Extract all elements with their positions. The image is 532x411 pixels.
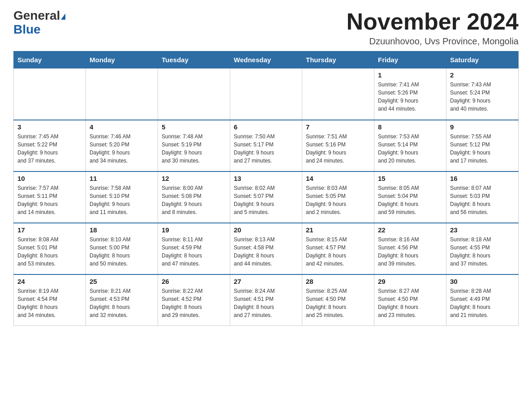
calendar-week-row: 3Sunrise: 7:45 AM Sunset: 5:22 PM Daylig… <box>14 120 519 171</box>
calendar-week-row: 17Sunrise: 8:08 AM Sunset: 5:01 PM Dayli… <box>14 223 519 274</box>
day-number: 21 <box>306 226 370 234</box>
calendar-table: SundayMondayTuesdayWednesdayThursdayFrid… <box>13 51 519 326</box>
day-number: 23 <box>450 226 515 234</box>
calendar-cell: 9Sunrise: 7:55 AM Sunset: 5:12 PM Daylig… <box>446 120 519 171</box>
day-info: Sunrise: 8:08 AM Sunset: 5:01 PM Dayligh… <box>17 235 82 268</box>
day-number: 30 <box>450 278 515 285</box>
day-number: 8 <box>378 123 442 131</box>
day-info: Sunrise: 7:45 AM Sunset: 5:22 PM Dayligh… <box>17 133 82 165</box>
page-header: General Blue November 2024 Dzuunhovoo, U… <box>13 9 519 47</box>
day-number: 7 <box>306 123 370 131</box>
calendar-cell: 14Sunrise: 8:03 AM Sunset: 5:05 PM Dayli… <box>302 171 374 223</box>
logo-triangle-icon <box>61 13 65 20</box>
calendar-cell: 25Sunrise: 8:21 AM Sunset: 4:53 PM Dayli… <box>86 274 158 326</box>
day-number: 17 <box>17 226 82 234</box>
day-info: Sunrise: 8:28 AM Sunset: 4:49 PM Dayligh… <box>450 287 515 319</box>
day-number: 5 <box>162 123 226 131</box>
day-number: 29 <box>378 278 442 285</box>
day-info: Sunrise: 8:05 AM Sunset: 5:04 PM Dayligh… <box>378 184 442 216</box>
title-block: November 2024 Dzuunhovoo, Uvs Province, … <box>347 9 519 47</box>
day-info: Sunrise: 8:10 AM Sunset: 5:00 PM Dayligh… <box>90 235 154 268</box>
day-info: Sunrise: 8:03 AM Sunset: 5:05 PM Dayligh… <box>306 184 370 216</box>
day-number: 25 <box>90 278 154 285</box>
weekday-header-friday: Friday <box>374 51 446 68</box>
day-info: Sunrise: 7:57 AM Sunset: 5:11 PM Dayligh… <box>17 184 82 216</box>
day-info: Sunrise: 8:00 AM Sunset: 5:08 PM Dayligh… <box>162 184 226 216</box>
location: Dzuunhovoo, Uvs Province, Mongolia <box>347 36 519 47</box>
day-number: 4 <box>90 123 154 131</box>
day-number: 12 <box>162 175 226 182</box>
day-number: 3 <box>17 123 82 131</box>
day-info: Sunrise: 8:21 AM Sunset: 4:53 PM Dayligh… <box>90 287 154 319</box>
day-number: 24 <box>17 278 82 285</box>
calendar-cell: 23Sunrise: 8:18 AM Sunset: 4:55 PM Dayli… <box>446 223 519 274</box>
day-info: Sunrise: 8:02 AM Sunset: 5:07 PM Dayligh… <box>234 184 298 216</box>
day-number: 9 <box>450 123 515 131</box>
calendar-cell: 26Sunrise: 8:22 AM Sunset: 4:52 PM Dayli… <box>158 274 230 326</box>
calendar-cell: 5Sunrise: 7:48 AM Sunset: 5:19 PM Daylig… <box>158 120 230 171</box>
calendar-cell: 15Sunrise: 8:05 AM Sunset: 5:04 PM Dayli… <box>374 171 446 223</box>
calendar-cell: 19Sunrise: 8:11 AM Sunset: 4:59 PM Dayli… <box>158 223 230 274</box>
day-info: Sunrise: 8:19 AM Sunset: 4:54 PM Dayligh… <box>17 287 82 319</box>
day-info: Sunrise: 8:16 AM Sunset: 4:56 PM Dayligh… <box>378 235 442 268</box>
day-info: Sunrise: 7:43 AM Sunset: 5:24 PM Dayligh… <box>450 81 515 113</box>
calendar-cell <box>14 68 86 120</box>
day-number: 14 <box>306 175 370 182</box>
calendar-cell: 8Sunrise: 7:53 AM Sunset: 5:14 PM Daylig… <box>374 120 446 171</box>
calendar-cell: 16Sunrise: 8:07 AM Sunset: 5:03 PM Dayli… <box>446 171 519 223</box>
calendar-cell: 10Sunrise: 7:57 AM Sunset: 5:11 PM Dayli… <box>14 171 86 223</box>
day-info: Sunrise: 8:07 AM Sunset: 5:03 PM Dayligh… <box>450 184 515 216</box>
day-number: 10 <box>17 175 82 182</box>
calendar-cell <box>230 68 302 120</box>
day-info: Sunrise: 7:50 AM Sunset: 5:17 PM Dayligh… <box>234 133 298 165</box>
weekday-header-monday: Monday <box>86 51 158 68</box>
calendar-cell <box>302 68 374 120</box>
day-number: 15 <box>378 175 442 182</box>
day-info: Sunrise: 8:13 AM Sunset: 4:58 PM Dayligh… <box>234 235 298 268</box>
calendar-cell: 1Sunrise: 7:41 AM Sunset: 5:26 PM Daylig… <box>374 68 446 120</box>
day-number: 20 <box>234 226 298 234</box>
weekday-header-saturday: Saturday <box>446 51 519 68</box>
day-info: Sunrise: 7:55 AM Sunset: 5:12 PM Dayligh… <box>450 133 515 165</box>
weekday-header-sunday: Sunday <box>14 51 86 68</box>
day-number: 27 <box>234 278 298 285</box>
calendar-cell: 21Sunrise: 8:15 AM Sunset: 4:57 PM Dayli… <box>302 223 374 274</box>
day-info: Sunrise: 8:15 AM Sunset: 4:57 PM Dayligh… <box>306 235 370 268</box>
day-info: Sunrise: 7:46 AM Sunset: 5:20 PM Dayligh… <box>90 133 154 165</box>
calendar-cell: 29Sunrise: 8:27 AM Sunset: 4:50 PM Dayli… <box>374 274 446 326</box>
calendar-week-row: 1Sunrise: 7:41 AM Sunset: 5:26 PM Daylig… <box>14 68 519 120</box>
calendar-cell <box>158 68 230 120</box>
day-info: Sunrise: 8:25 AM Sunset: 4:50 PM Dayligh… <box>306 287 370 319</box>
weekday-header-thursday: Thursday <box>302 51 374 68</box>
day-info: Sunrise: 7:51 AM Sunset: 5:16 PM Dayligh… <box>306 133 370 165</box>
logo-text-blue: Blue <box>13 23 41 37</box>
calendar-cell: 18Sunrise: 8:10 AM Sunset: 5:00 PM Dayli… <box>86 223 158 274</box>
calendar-cell: 28Sunrise: 8:25 AM Sunset: 4:50 PM Dayli… <box>302 274 374 326</box>
calendar-cell: 17Sunrise: 8:08 AM Sunset: 5:01 PM Dayli… <box>14 223 86 274</box>
calendar-cell: 4Sunrise: 7:46 AM Sunset: 5:20 PM Daylig… <box>86 120 158 171</box>
day-number: 13 <box>234 175 298 182</box>
calendar-cell: 6Sunrise: 7:50 AM Sunset: 5:17 PM Daylig… <box>230 120 302 171</box>
day-number: 22 <box>378 226 442 234</box>
logo: General Blue <box>13 9 65 37</box>
day-info: Sunrise: 8:11 AM Sunset: 4:59 PM Dayligh… <box>162 235 226 268</box>
calendar-cell: 20Sunrise: 8:13 AM Sunset: 4:58 PM Dayli… <box>230 223 302 274</box>
calendar-cell: 30Sunrise: 8:28 AM Sunset: 4:49 PM Dayli… <box>446 274 519 326</box>
weekday-header-row: SundayMondayTuesdayWednesdayThursdayFrid… <box>14 51 519 68</box>
day-number: 28 <box>306 278 370 285</box>
day-number: 26 <box>162 278 226 285</box>
day-number: 18 <box>90 226 154 234</box>
day-info: Sunrise: 8:22 AM Sunset: 4:52 PM Dayligh… <box>162 287 226 319</box>
calendar-cell: 2Sunrise: 7:43 AM Sunset: 5:24 PM Daylig… <box>446 68 519 120</box>
day-info: Sunrise: 7:58 AM Sunset: 5:10 PM Dayligh… <box>90 184 154 216</box>
day-info: Sunrise: 7:53 AM Sunset: 5:14 PM Dayligh… <box>378 133 442 165</box>
calendar-cell: 27Sunrise: 8:24 AM Sunset: 4:51 PM Dayli… <box>230 274 302 326</box>
day-number: 19 <box>162 226 226 234</box>
calendar-cell <box>86 68 158 120</box>
calendar-cell: 3Sunrise: 7:45 AM Sunset: 5:22 PM Daylig… <box>14 120 86 171</box>
day-info: Sunrise: 7:41 AM Sunset: 5:26 PM Dayligh… <box>378 81 442 113</box>
day-info: Sunrise: 8:18 AM Sunset: 4:55 PM Dayligh… <box>450 235 515 268</box>
weekday-header-tuesday: Tuesday <box>158 51 230 68</box>
weekday-header-wednesday: Wednesday <box>230 51 302 68</box>
day-number: 1 <box>378 71 442 79</box>
